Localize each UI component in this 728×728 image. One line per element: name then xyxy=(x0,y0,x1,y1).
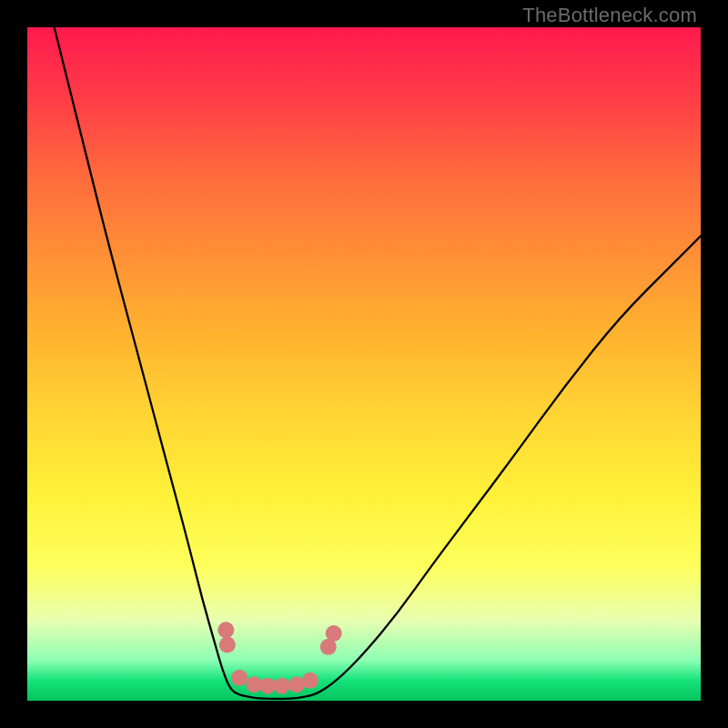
data-marker xyxy=(326,625,342,642)
data-marker xyxy=(302,672,318,689)
watermark-text: TheBottleneck.com xyxy=(522,4,697,27)
data-marker xyxy=(219,637,236,653)
bottleneck-curve xyxy=(55,27,701,699)
chart-container: TheBottleneck.com xyxy=(0,0,728,728)
data-marker xyxy=(259,678,276,694)
curve-overlay xyxy=(27,27,701,701)
data-marker xyxy=(217,622,234,638)
plot-area xyxy=(27,27,701,701)
data-marker xyxy=(231,670,248,686)
data-marker xyxy=(274,678,290,694)
